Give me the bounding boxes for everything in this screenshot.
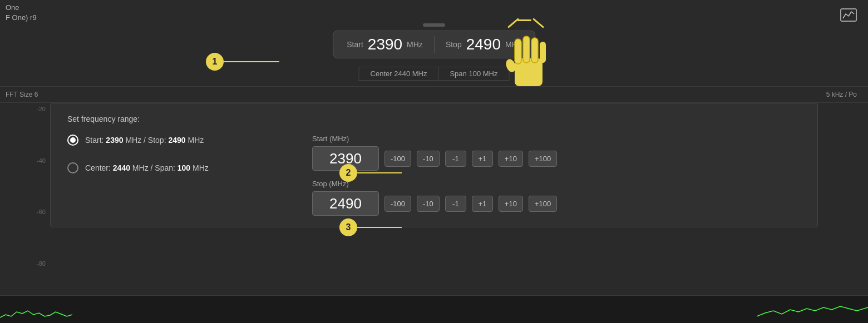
stop-freq-display: Stop 2490 MHz	[446, 36, 521, 53]
stop-input-row: -100 -10 -1 +1 +10 +100	[312, 191, 557, 216]
start-label: Start	[347, 40, 363, 49]
frequency-range-panel: Set frequency range: Start: 2390 MHz / S…	[50, 103, 818, 227]
stop-label: Stop	[446, 40, 462, 49]
stop-plus100-button[interactable]: +100	[529, 196, 557, 212]
grid-label: -60	[0, 208, 50, 215]
stop-minus100-button[interactable]: -100	[384, 196, 411, 212]
device-info: One F One) r9	[6, 3, 37, 23]
start-value: 2390	[368, 36, 402, 53]
sparkle-line-1	[507, 18, 519, 28]
stop-value: 2490	[466, 36, 501, 53]
stop-plus1-button[interactable]: +1	[472, 196, 493, 212]
annotation-2-line	[357, 172, 402, 173]
svg-rect-5	[540, 42, 546, 63]
center-span-option[interactable]: Center: 2440 MHz / Span: 100 MHz	[67, 162, 279, 173]
bottom-spectrum	[0, 295, 868, 323]
start-stop-stop-val: 2490	[168, 136, 185, 145]
svg-rect-0	[841, 9, 856, 21]
grid-label: -20	[0, 106, 50, 112]
stop-unit: MHz	[505, 40, 521, 49]
freq-divider	[434, 36, 435, 53]
drag-handle[interactable]	[423, 23, 445, 27]
start-stop-option[interactable]: Start: 2390 MHz / Stop: 2490 MHz	[67, 135, 279, 146]
start-plus1-button[interactable]: +1	[472, 151, 493, 167]
annotation-1: 1	[206, 53, 224, 71]
left-grid: -20 -40 -60 -80	[0, 103, 50, 270]
center-span-label: Center: 2440 MHz / Span: 100 MHz	[85, 163, 209, 172]
span-display: Span 100 MHz	[438, 67, 509, 81]
chart-icon[interactable]	[840, 8, 857, 22]
svg-rect-1	[515, 58, 542, 86]
freq-display-pill: Start 2390 MHz Stop 2490 MHz	[333, 31, 535, 58]
sparkle-line-2	[517, 19, 531, 21]
annotation-3-line	[357, 227, 402, 228]
radio-start-stop[interactable]	[67, 135, 78, 146]
device-line1: One	[6, 3, 37, 13]
panel-title: Set frequency range:	[67, 115, 801, 123]
radio-center-span[interactable]	[67, 162, 78, 173]
stop-minus10-button[interactable]: -10	[417, 196, 440, 212]
stop-plus10-button[interactable]: +10	[499, 196, 523, 212]
fft-size-label: FFT Size 6	[6, 91, 38, 98]
panel-content: Start: 2390 MHz / Stop: 2490 MHz Center:…	[67, 135, 801, 216]
spectrum-left-chart	[0, 295, 72, 323]
start-stop-label: Start: 2390 MHz / Stop: 2490 MHz	[85, 136, 204, 145]
grid-label: -80	[0, 260, 50, 267]
center-val: 2440	[113, 163, 130, 172]
center-display: Center 2440 MHz	[359, 67, 438, 81]
fft-bar: FFT Size 6 5 kHz / Po	[0, 86, 868, 103]
annotation-1-line	[224, 61, 279, 62]
start-freq-display: Start 2390 MHz	[347, 36, 423, 53]
device-line2: F One) r9	[6, 13, 37, 23]
stop-frequency-input[interactable]	[312, 191, 379, 216]
span-val: 100	[177, 163, 190, 172]
start-plus100-button[interactable]: +100	[529, 151, 557, 167]
start-minus100-button[interactable]: -100	[384, 151, 411, 167]
grid-label: -40	[0, 157, 50, 164]
annotation-3: 3	[339, 218, 357, 236]
start-stop-start-val: 2390	[106, 136, 123, 145]
start-minus1-button[interactable]: -1	[445, 151, 466, 167]
stop-input-group: Stop (MHz) -100 -10 -1 +1 +10 +100	[312, 180, 557, 216]
start-plus10-button[interactable]: +10	[499, 151, 523, 167]
stop-minus1-button[interactable]: -1	[445, 196, 466, 212]
sparkle-line-3	[532, 18, 544, 28]
spectrum-right-chart	[757, 295, 868, 323]
start-minus10-button[interactable]: -10	[417, 151, 440, 167]
annotation-2: 2	[339, 164, 357, 182]
start-unit: MHz	[407, 40, 423, 49]
start-input-label: Start (MHz)	[312, 135, 557, 143]
center-span-bar: Center 2440 MHz Span 100 MHz	[359, 67, 510, 81]
radio-options: Start: 2390 MHz / Stop: 2490 MHz Center:…	[67, 135, 279, 173]
fft-resolution-label: 5 kHz / Po	[826, 91, 857, 98]
